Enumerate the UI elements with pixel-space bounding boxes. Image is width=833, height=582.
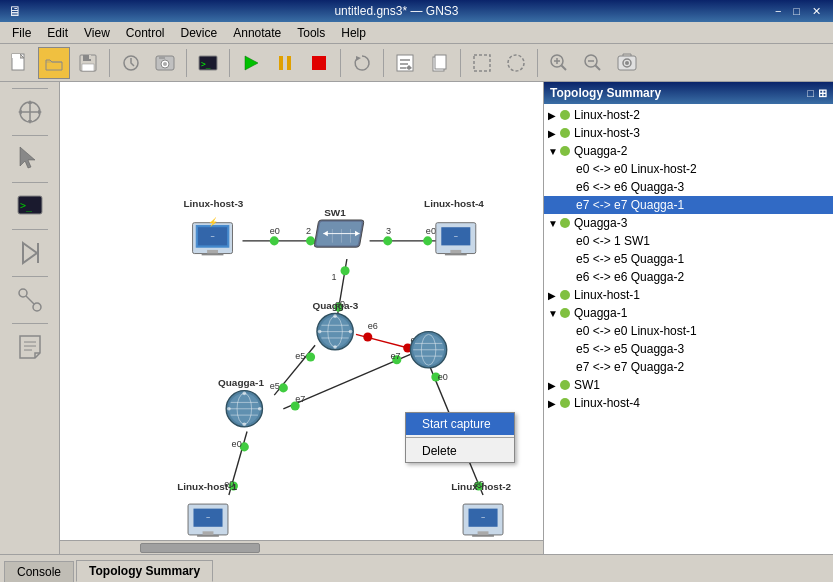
svg-rect-6 — [82, 64, 94, 71]
menu-file[interactable]: File — [4, 24, 39, 42]
tree-item-q2-link3[interactable]: e7 <-> e7 Quagga-1 — [544, 196, 833, 214]
svg-point-138 — [243, 422, 247, 426]
svg-point-129 — [349, 330, 353, 334]
svg-point-11 — [163, 62, 167, 66]
menu-device[interactable]: Device — [173, 24, 226, 42]
svg-marker-47 — [23, 243, 37, 263]
svg-marker-44 — [20, 147, 35, 168]
topology-panel: Topology Summary □ ⊞ ▶ Linux-host-2 ▶ Li… — [543, 82, 833, 554]
svg-text:>_: >_ — [201, 60, 211, 69]
svg-point-50 — [33, 303, 41, 311]
tab-topology-summary[interactable]: Topology Summary — [76, 560, 213, 582]
copy-button[interactable] — [423, 47, 455, 79]
play-tool[interactable] — [9, 234, 51, 272]
svg-text:~: ~ — [210, 232, 214, 241]
zoom-out-button[interactable] — [577, 47, 609, 79]
tab-console[interactable]: Console — [4, 561, 74, 582]
tree-item-quagga-3[interactable]: ▼ Quagga-3 — [544, 214, 833, 232]
tree-arrow-lh3: ▶ — [548, 128, 560, 139]
tree-item-linux-host-3[interactable]: ▶ Linux-host-3 — [544, 124, 833, 142]
tree-label-q1-l3: e7 <-> e7 Quagga-2 — [576, 360, 684, 374]
tree-item-q2-link1[interactable]: e0 <-> e0 Linux-host-2 — [544, 160, 833, 178]
menu-help[interactable]: Help — [333, 24, 374, 42]
svg-text:e5: e5 — [270, 381, 280, 391]
svg-rect-2 — [12, 54, 20, 58]
new-button[interactable] — [4, 47, 36, 79]
menu-tools[interactable]: Tools — [289, 24, 333, 42]
stop-button[interactable] — [303, 47, 335, 79]
tree-dot-q1 — [560, 308, 570, 318]
svg-point-126 — [333, 314, 337, 318]
svg-text:3: 3 — [386, 226, 391, 236]
context-menu-delete[interactable]: Delete — [406, 440, 514, 462]
svg-rect-15 — [279, 56, 283, 70]
tree-item-q3-link1[interactable]: e0 <-> 1 SW1 — [544, 232, 833, 250]
minimize-button[interactable]: − — [771, 5, 785, 18]
tree-item-q1-link3[interactable]: e7 <-> e7 Quagga-2 — [544, 358, 833, 376]
pause-button[interactable] — [269, 47, 301, 79]
panel-pin-button[interactable]: ⊞ — [818, 87, 827, 100]
tree-item-quagga-1[interactable]: ▼ Quagga-1 — [544, 304, 833, 322]
svg-point-26 — [508, 55, 524, 71]
svg-text:2: 2 — [306, 226, 311, 236]
context-menu-start-capture[interactable]: Start capture — [406, 413, 514, 435]
link-tool[interactable] — [9, 281, 51, 319]
toolbar-sep-5 — [383, 49, 384, 77]
console-tool[interactable]: >_ — [9, 187, 51, 225]
rect-select-button[interactable] — [466, 47, 498, 79]
menu-annotate[interactable]: Annotate — [225, 24, 289, 42]
select-tool[interactable] — [9, 140, 51, 178]
play-button[interactable] — [235, 47, 267, 79]
svg-text:e7: e7 — [390, 351, 400, 361]
tree-label-lh3: Linux-host-3 — [574, 126, 640, 140]
tree-item-q3-link3[interactable]: e6 <-> e6 Quagga-2 — [544, 268, 833, 286]
svg-text:⚡: ⚡ — [208, 217, 219, 228]
tree-item-linux-host-1[interactable]: ▶ Linux-host-1 — [544, 286, 833, 304]
svg-text:~: ~ — [454, 232, 458, 241]
tree-item-linux-host-2[interactable]: ▶ Linux-host-2 — [544, 106, 833, 124]
left-sep-1 — [12, 135, 48, 136]
save-button[interactable] — [72, 47, 104, 79]
reload-button[interactable] — [346, 47, 378, 79]
svg-text:e0: e0 — [270, 226, 280, 236]
edit-node-button[interactable] — [389, 47, 421, 79]
svg-point-71 — [279, 383, 288, 392]
open-button[interactable] — [38, 47, 70, 79]
tree-item-linux-host-4[interactable]: ▶ Linux-host-4 — [544, 394, 833, 412]
tree-label-lh4: Linux-host-4 — [574, 396, 640, 410]
svg-rect-117 — [450, 250, 461, 254]
menu-view[interactable]: View — [76, 24, 118, 42]
notes-tool[interactable] — [9, 328, 51, 366]
history-button[interactable] — [115, 47, 147, 79]
console-button[interactable]: >_ — [192, 47, 224, 79]
topology-tree[interactable]: ▶ Linux-host-2 ▶ Linux-host-3 ▼ Quagga-2… — [544, 104, 833, 554]
tree-item-sw1[interactable]: ▶ SW1 — [544, 376, 833, 394]
panel-header-buttons: □ ⊞ — [807, 87, 827, 100]
svg-point-140 — [258, 407, 262, 411]
tree-label-sw1: SW1 — [574, 378, 600, 392]
tree-item-q3-link2[interactable]: e5 <-> e5 Quagga-1 — [544, 250, 833, 268]
canvas-scrollbar[interactable] — [60, 540, 543, 554]
close-button[interactable]: ✕ — [808, 5, 825, 18]
ellipse-select-button[interactable] — [500, 47, 532, 79]
menu-edit[interactable]: Edit — [39, 24, 76, 42]
tree-item-q1-link1[interactable]: e0 <-> e0 Linux-host-1 — [544, 322, 833, 340]
tree-item-q1-link2[interactable]: e5 <-> e5 Quagga-3 — [544, 340, 833, 358]
context-menu[interactable]: Start capture Delete — [405, 412, 515, 463]
screenshot-capture-button[interactable] — [611, 47, 643, 79]
svg-rect-151 — [203, 531, 214, 535]
toolbar-sep-2 — [186, 49, 187, 77]
maximize-button[interactable]: □ — [789, 5, 804, 18]
tree-item-quagga-2[interactable]: ▼ Quagga-2 — [544, 142, 833, 160]
svg-text:Quagga-1: Quagga-1 — [218, 377, 264, 388]
canvas-area[interactable]: e0 2 3 e0 1 e0 e5 e5 e6 e6 e7 e7 e0 e0 e… — [60, 82, 543, 554]
svg-point-65 — [306, 236, 315, 245]
snapshot-button[interactable] — [149, 47, 181, 79]
zoom-in-button[interactable] — [543, 47, 575, 79]
tree-label-q2: Quagga-2 — [574, 144, 627, 158]
panel-restore-button[interactable]: □ — [807, 87, 814, 100]
canvas-scrollbar-thumb[interactable] — [140, 543, 260, 553]
menu-control[interactable]: Control — [118, 24, 173, 42]
tree-item-q2-link2[interactable]: e6 <-> e6 Quagga-3 — [544, 178, 833, 196]
pan-tool[interactable] — [9, 93, 51, 131]
